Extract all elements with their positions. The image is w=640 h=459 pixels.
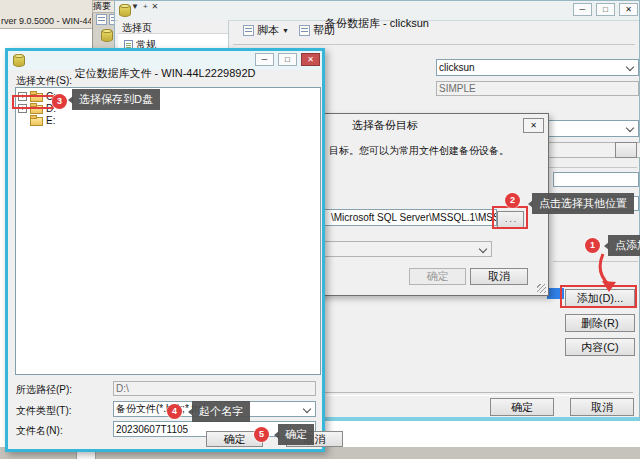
destination-cancel-button[interactable]: 取消 (470, 268, 528, 285)
step-dot-2: 2 (505, 193, 520, 208)
chevron-down-icon (303, 405, 311, 413)
locate-dialog-controls: ─ □ ✕ (254, 53, 320, 71)
selected-path-label: 所选路径(P): (16, 383, 72, 397)
contents-button[interactable]: 内容(C) (565, 338, 635, 356)
object-explorer-caption: rver 9.0.5000 - WIN-44L2 (1, 16, 91, 26)
maximize-icon[interactable]: □ (596, 3, 615, 16)
tree-item-drive-e[interactable]: E: (30, 114, 55, 126)
toolbar-icon-1[interactable] (96, 14, 107, 25)
name-browse-button[interactable] (615, 142, 637, 158)
backup-window-title: 备份数据库 - clicksun (325, 17, 429, 29)
backup-window-icon (119, 4, 131, 17)
caret-down-icon: ▼ (282, 27, 289, 34)
cancel-button[interactable]: 取消 (570, 398, 634, 416)
close-icon[interactable]: ✕ (619, 3, 638, 16)
screen: rver 9.0.5000 - WIN-44L2 摘要 ▼+✕ 备份数据库 - … (0, 0, 640, 459)
object-explorer-header: rver 9.0.5000 - WIN-44L2 (0, 0, 92, 29)
pages-pane-header: 选择页 (118, 20, 228, 34)
minimize-icon[interactable]: ─ (573, 3, 592, 16)
highlight-box-browse (492, 206, 528, 229)
close-icon[interactable]: ✕ (301, 53, 320, 66)
description-field[interactable] (553, 172, 639, 187)
step-dot-1: 1 (585, 238, 600, 253)
chevron-down-icon (626, 63, 634, 71)
drive-tree: + C: + D: E: (15, 87, 321, 375)
step-dot-5: 5 (254, 427, 269, 442)
backup-toolbar: 脚本 ▼ 帮助 (243, 22, 335, 39)
highlight-box-drive-d (12, 95, 54, 109)
maximize-icon[interactable]: □ (278, 53, 297, 66)
script-icon (243, 25, 254, 36)
minimize-icon[interactable]: ─ (255, 53, 274, 66)
file-type-label: 文件类型(T): (16, 404, 72, 418)
help-icon (299, 25, 310, 36)
database-cylinder-icon (101, 29, 113, 42)
destination-dialog-title: 选择备份目标 (352, 119, 418, 131)
section-separator (539, 167, 637, 168)
destination-dialog-description: 目标。您可以为常用文件创建备份设备。 (329, 144, 544, 158)
help-button[interactable]: 帮助 (299, 23, 335, 38)
tooltip-step-4: 起个名字 (192, 401, 250, 422)
toolbar-separator (233, 44, 635, 45)
select-files-label: 选择文件(S): (16, 74, 72, 88)
locate-dialog-icon (13, 54, 25, 67)
close-icon[interactable]: ✕ (523, 118, 544, 133)
backup-window-titlebar: 备份数据库 - clicksun ─ □ ✕ (115, 1, 639, 21)
script-button[interactable]: 脚本 ▼ (243, 23, 289, 38)
resize-grip[interactable] (537, 284, 546, 293)
file-name-label: 文件名(N): (16, 424, 63, 438)
database-combobox[interactable]: clicksun (436, 59, 639, 76)
step-dot-4: 4 (167, 404, 182, 419)
locate-dialog-title: 定位数据库文件 - WIN-44L2229892D (75, 67, 256, 79)
remove-button[interactable]: 删除(R) (565, 314, 635, 332)
selected-path-field: D:\ (113, 381, 316, 396)
ok-button[interactable]: 确定 (490, 398, 554, 416)
chevron-down-icon (479, 245, 487, 253)
backup-window-controls: ─ □ ✕ (572, 3, 638, 21)
panel-header-icons[interactable]: ▼+✕ (131, 1, 177, 12)
destination-ok-button: 确定 (409, 268, 466, 285)
tooltip-step-5: 确定 (278, 424, 314, 445)
locate-dialog-titlebar: 定位数据库文件 - WIN-44L2229892D ─ □ ✕ (8, 51, 322, 70)
recovery-model-field: SIMPLE (436, 81, 639, 96)
tooltip-step-3: 选择保存到D盘 (72, 89, 160, 110)
arrow-to-add-button (583, 252, 633, 294)
chevron-down-icon (626, 124, 634, 132)
folder-icon (30, 117, 43, 126)
tooltip-step-2: 点击选择其他位置 (532, 193, 634, 214)
